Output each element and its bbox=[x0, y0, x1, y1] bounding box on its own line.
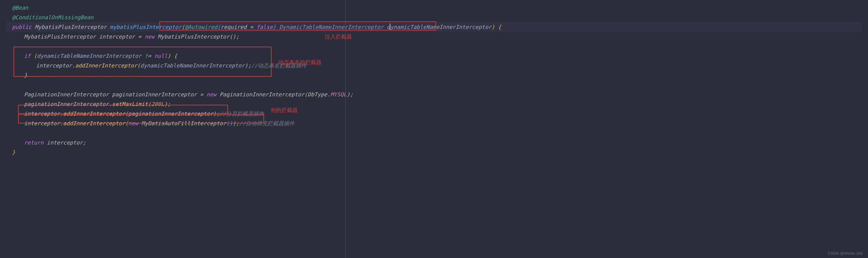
code-line: PaginationInnerInterceptor paginationInn… bbox=[6, 90, 862, 99]
blank-line bbox=[6, 128, 862, 138]
cursor-position: dynamicTableNameInnerInterceptor bbox=[387, 24, 491, 30]
annotation-label-dynamic: 动态表名的拦截器 bbox=[278, 59, 321, 66]
code-line: return interceptor; bbox=[6, 138, 862, 147]
code-line: @Bean bbox=[6, 3, 862, 12]
code-line-highlighted: public MybatisPlusInterceptor mybatisPlu… bbox=[6, 22, 862, 32]
code-line: } bbox=[6, 70, 862, 80]
code-line: if (dynamicTableNameInnerInterceptor != … bbox=[6, 51, 862, 61]
code-line: interceptor.addInnerInterceptor(dynamicT… bbox=[6, 61, 862, 70]
blank-line bbox=[6, 80, 862, 90]
annotation-bean: @Bean bbox=[12, 4, 28, 11]
annotation-label-other: 别的拦截器 bbox=[271, 107, 298, 114]
code-line: MybatisPlusInterceptor interceptor = new… bbox=[6, 32, 862, 41]
blank-line bbox=[6, 41, 862, 51]
code-line: paginationInnerInterceptor.setMaxLimit(2… bbox=[6, 99, 862, 109]
code-line: interceptor.addInnerInterceptor(new MyBa… bbox=[6, 119, 862, 128]
code-line: @ConditionalOnMissingBean bbox=[6, 12, 862, 22]
watermark: CSDN @Winter.169 bbox=[828, 251, 863, 256]
code-line: } bbox=[6, 147, 862, 157]
code-editor[interactable]: @Bean @ConditionalOnMissingBean public M… bbox=[6, 3, 862, 157]
code-line: interceptor.addInnerInterceptor(paginati… bbox=[6, 109, 862, 119]
annotation-label-inject: 注入拦截器 bbox=[325, 33, 352, 40]
annotation-conditional: @ConditionalOnMissingBean bbox=[12, 14, 94, 21]
